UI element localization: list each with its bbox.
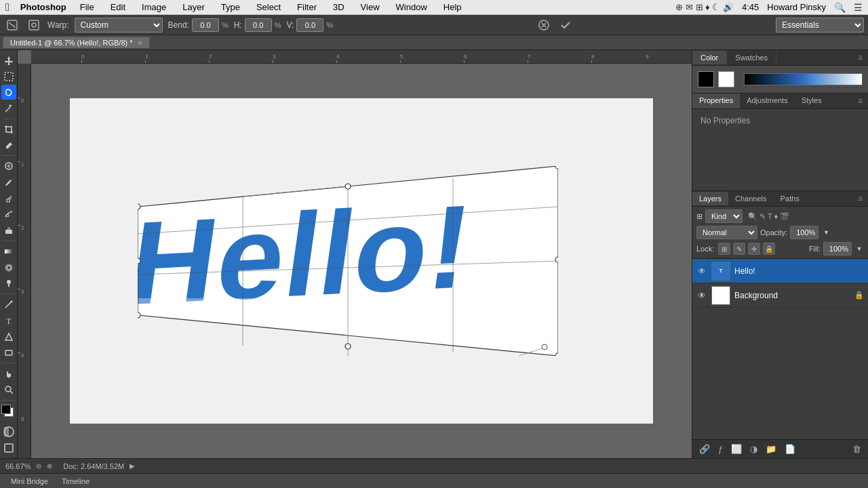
menu-image[interactable]: Image [139, 1, 169, 13]
layers-panel-menu-icon[interactable]: ≡ [852, 191, 868, 206]
menu-edit[interactable]: Edit [108, 1, 128, 13]
marquee-tool[interactable] [1, 69, 16, 84]
bend-input[interactable] [192, 18, 219, 32]
ctrl-point-tl[interactable] [138, 204, 140, 209]
pen-tool[interactable] [1, 297, 16, 312]
quick-mask-icon[interactable] [1, 424, 16, 439]
ctrl-point-tm[interactable] [345, 184, 351, 189]
new-adjustment-btn[interactable]: ◑ [747, 443, 760, 455]
search-icon[interactable]: 🔍 [834, 2, 846, 13]
tab-styles[interactable]: Styles [795, 94, 829, 108]
color-swatches[interactable] [1, 405, 16, 420]
cancel-warp-icon[interactable] [536, 17, 552, 33]
lock-pixels-btn[interactable]: ✎ [733, 243, 745, 255]
move-tool[interactable] [1, 53, 16, 68]
timeline-tab[interactable]: Timeline [56, 476, 95, 487]
tab-layers[interactable]: Layers [692, 192, 728, 205]
fill-input[interactable] [823, 242, 852, 256]
mini-bridge-tab[interactable]: Mini Bridge [5, 476, 54, 487]
add-layer-style-btn[interactable]: ƒ [715, 443, 726, 455]
blend-mode-select[interactable]: Normal Dissolve Multiply Screen Overlay [696, 226, 757, 239]
gradient-tool[interactable] [1, 244, 16, 259]
menu-help[interactable]: Help [441, 1, 465, 13]
v-label: V: [286, 20, 294, 30]
eraser-tool[interactable] [1, 223, 16, 238]
tab-properties[interactable]: Properties [692, 94, 740, 108]
screen-mode-icon[interactable] [1, 441, 16, 455]
ctrl-point-rm[interactable] [555, 257, 558, 262]
lasso-tool[interactable] [1, 85, 16, 100]
ctrl-point-lm[interactable] [138, 258, 140, 264]
h-input[interactable] [245, 18, 272, 32]
document-tab[interactable]: Untitled-1 @ 66.7% (Hello!, RGB/8) * ✕ [3, 37, 150, 48]
tab-color[interactable]: Color [692, 51, 727, 64]
dodge-tool[interactable] [1, 277, 16, 291]
warp-transform-icon[interactable] [4, 17, 20, 33]
menu-window[interactable]: Window [393, 1, 430, 13]
fill-arrow[interactable]: ▼ [854, 242, 864, 256]
ctrl-handle-2[interactable] [542, 344, 547, 350]
zoom-out-btn[interactable]: ⊖ [36, 462, 41, 470]
brush-tool[interactable] [1, 175, 16, 190]
lock-fill-row: Lock: ⊞ ✎ ✛ 🔒 Fill: ▼ [696, 242, 864, 256]
menu-view[interactable]: View [358, 1, 382, 13]
tab-paths[interactable]: Paths [774, 192, 806, 205]
menu-file[interactable]: File [77, 1, 97, 13]
no-properties-text: No Properties [692, 109, 868, 190]
link-layers-btn[interactable]: 🔗 [696, 443, 713, 455]
shape-tool[interactable] [1, 345, 16, 360]
magic-wand-tool[interactable] [1, 101, 16, 116]
delete-layer-btn[interactable]: 🗑 [850, 443, 864, 455]
list-icon[interactable]: ☰ [854, 2, 863, 13]
eyedropper-tool[interactable] [1, 138, 16, 153]
blur-tool[interactable] [1, 260, 16, 275]
opacity-arrow[interactable]: ▼ [821, 226, 831, 239]
clone-stamp-tool[interactable] [1, 191, 16, 206]
layer-visibility-background[interactable]: 👁 [696, 290, 707, 301]
opacity-label: Opacity: [760, 228, 787, 237]
lock-position-btn[interactable]: ✛ [748, 243, 760, 255]
lock-all-btn[interactable]: 🔒 [763, 243, 775, 255]
path-selection-tool[interactable] [1, 329, 16, 344]
healing-brush-tool[interactable] [1, 159, 16, 174]
workspace-select[interactable]: Essentials Design Painting Photography V… [776, 18, 864, 33]
hand-tool[interactable] [1, 366, 16, 381]
warp-options-icon[interactable] [26, 17, 42, 33]
close-tab-icon[interactable]: ✕ [137, 39, 142, 47]
lock-transparent-btn[interactable]: ⊞ [718, 243, 730, 255]
tab-channels[interactable]: Channels [728, 192, 773, 205]
foreground-color-swatch[interactable] [698, 71, 714, 87]
menu-3d[interactable]: 3D [330, 1, 347, 13]
tab-swatches[interactable]: Swatches [727, 51, 776, 64]
color-gradient-bar[interactable] [744, 73, 863, 85]
kind-filter-select[interactable]: Kind [705, 209, 743, 223]
zoom-tool[interactable] [1, 382, 16, 397]
warp-select[interactable]: Custom Arc Arc Lower Arc Upper Arch Bulg… [75, 18, 163, 33]
color-panel-menu-icon[interactable]: ≡ [852, 50, 868, 65]
layer-item-background[interactable]: 👁 Background 🔒 [692, 283, 868, 308]
ctrl-point-bm[interactable] [345, 344, 351, 349]
new-group-btn[interactable]: 📁 [763, 443, 779, 455]
menu-type[interactable]: Type [218, 1, 243, 13]
properties-panel-menu-icon[interactable]: ≡ [852, 94, 868, 108]
menu-select[interactable]: Select [254, 1, 283, 13]
zoom-in-btn[interactable]: ⊕ [47, 462, 52, 470]
layer-visibility-hello[interactable]: 👁 [696, 266, 707, 277]
confirm-warp-icon[interactable] [557, 17, 574, 33]
tab-adjustments[interactable]: Adjustments [740, 94, 795, 108]
text-tool[interactable]: T [1, 313, 16, 328]
apple-menu[interactable]:  [5, 1, 9, 14]
background-color-swatch[interactable] [718, 71, 734, 87]
v-input[interactable] [296, 18, 323, 32]
layer-item-hello[interactable]: 👁 T Hello! [692, 259, 868, 283]
crop-tool[interactable] [1, 122, 16, 137]
menu-filter[interactable]: Filter [294, 1, 319, 13]
document-canvas[interactable]: Hello! [31, 64, 692, 458]
history-brush-tool[interactable] [1, 207, 16, 222]
menu-layer[interactable]: Layer [180, 1, 208, 13]
ctrl-point-bl[interactable] [138, 312, 140, 318]
new-layer-btn[interactable]: 📄 [782, 443, 798, 455]
doc-info-arrow[interactable]: ▶ [130, 462, 135, 470]
add-mask-btn[interactable]: ⬜ [728, 443, 745, 455]
opacity-input[interactable] [790, 226, 818, 239]
